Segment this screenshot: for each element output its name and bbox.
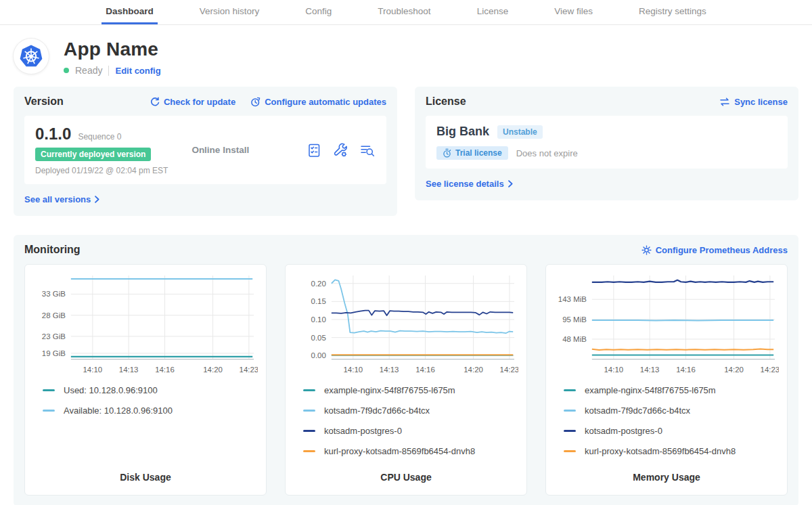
chevron-right-icon xyxy=(95,196,99,203)
svg-text:14:16: 14:16 xyxy=(676,366,696,374)
legend-label: example-nginx-54f8f76755-l675m xyxy=(324,385,455,395)
tab-registry-settings[interactable]: Registry settings xyxy=(635,0,710,24)
disk-usage-panel: 14:1014:1314:1614:2014:2319 GiB23 GiB28 … xyxy=(24,264,267,496)
deployed-badge: Currently deployed version xyxy=(35,148,151,161)
tab-troubleshoot[interactable]: Troubleshoot xyxy=(374,0,434,24)
expiry-text: Does not expire xyxy=(516,148,578,158)
svg-text:48 MiB: 48 MiB xyxy=(562,335,587,343)
legend-item: example-nginx-54f8f76755-l675m xyxy=(564,385,779,395)
legend-item: kotsadm-postgres-0 xyxy=(564,426,779,436)
cpu-usage-legend: example-nginx-54f8f76755-l675mkotsadm-7f… xyxy=(303,385,518,456)
chevron-right-icon xyxy=(508,180,513,188)
legend-swatch xyxy=(303,430,315,432)
current-version-row: 0.1.0 Sequence 0 Currently deployed vers… xyxy=(24,116,386,184)
legend-swatch xyxy=(564,410,576,412)
sync-license-button[interactable]: Sync license xyxy=(719,97,788,107)
preflight-checks-icon[interactable] xyxy=(307,143,321,158)
view-logs-icon[interactable] xyxy=(359,143,376,158)
svg-text:33 GiB: 33 GiB xyxy=(42,290,66,298)
check-for-update-button[interactable]: Check for update xyxy=(150,97,235,107)
customer-name: Big Bank xyxy=(436,125,489,139)
disk-usage-legend: Used: 10.128.0.96:9100Available: 10.128.… xyxy=(43,385,258,416)
legend-label: kurl-proxy-kotsadm-8569fb6454-dnvh8 xyxy=(585,446,736,456)
svg-text:0.20: 0.20 xyxy=(311,280,326,288)
tab-license[interactable]: License xyxy=(473,0,513,24)
svg-text:14:20: 14:20 xyxy=(724,366,744,374)
tab-config[interactable]: Config xyxy=(301,0,336,24)
legend-label: Available: 10.128.0.96:9100 xyxy=(64,405,173,416)
svg-text:0.10: 0.10 xyxy=(311,315,326,324)
refresh-icon xyxy=(150,97,160,107)
svg-text:14:13: 14:13 xyxy=(640,366,660,374)
svg-text:0.15: 0.15 xyxy=(311,297,326,305)
legend-label: example-nginx-54f8f76755-l675m xyxy=(585,385,716,395)
legend-swatch xyxy=(564,389,576,391)
legend-item: Used: 10.128.0.96:9100 xyxy=(43,385,258,395)
cpu-usage-panel: 14:1014:1314:1614:2014:230.000.050.100.1… xyxy=(285,264,527,496)
svg-text:14:20: 14:20 xyxy=(203,366,223,374)
svg-text:143 MiB: 143 MiB xyxy=(558,295,587,303)
version-card: Version Check for update xyxy=(14,87,397,216)
status-dot xyxy=(64,68,69,73)
deployed-timestamp: Deployed 01/19/22 @ 02:04 pm EST xyxy=(35,166,191,175)
app-logo xyxy=(14,39,49,74)
legend-swatch xyxy=(303,450,315,452)
svg-text:19 GiB: 19 GiB xyxy=(42,349,66,357)
disk-usage-title: Disk Usage xyxy=(33,472,258,483)
see-license-details-link[interactable]: See license details xyxy=(426,179,513,189)
legend-label: kotsadm-7f9dc7d66c-b4tcx xyxy=(585,405,690,416)
tab-view-files[interactable]: View files xyxy=(550,0,597,24)
see-all-versions-link[interactable]: See all versions xyxy=(24,194,99,204)
svg-text:14:13: 14:13 xyxy=(380,366,399,374)
divider xyxy=(108,66,109,76)
license-details-row: Big Bank Unstable Trial l xyxy=(426,116,788,169)
legend-swatch xyxy=(43,389,55,391)
trial-license-badge: Trial license xyxy=(436,146,508,160)
legend-item: Available: 10.128.0.96:9100 xyxy=(43,405,258,416)
app-header: App Name Ready Edit config xyxy=(14,39,798,76)
svg-text:28 GiB: 28 GiB xyxy=(42,311,66,320)
memory-usage-panel: 14:1014:1314:1614:2014:2348 MiB95 MiB143… xyxy=(545,264,788,496)
svg-text:0.05: 0.05 xyxy=(311,334,326,342)
legend-label: kurl-proxy-kotsadm-8569fb6454-dnvh8 xyxy=(324,446,475,456)
legend-label: kotsadm-postgres-0 xyxy=(324,426,402,436)
svg-text:23 GiB: 23 GiB xyxy=(42,332,66,341)
sequence-label: Sequence 0 xyxy=(78,132,121,141)
license-card: License Sync license Big Bank Unstable xyxy=(415,87,798,200)
legend-swatch xyxy=(303,410,315,412)
gear-icon xyxy=(641,245,652,255)
legend-item: kurl-proxy-kotsadm-8569fb6454-dnvh8 xyxy=(564,446,779,456)
memory-usage-chart: 14:1014:1314:1614:2014:2348 MiB95 MiB143… xyxy=(554,273,779,377)
svg-text:14:20: 14:20 xyxy=(464,366,483,374)
channel-badge: Unstable xyxy=(497,125,543,139)
svg-text:14:16: 14:16 xyxy=(415,366,435,374)
status-text: Ready xyxy=(75,65,102,76)
legend-label: kotsadm-7f9dc7d66c-b4tcx xyxy=(324,405,430,416)
svg-text:0.00: 0.00 xyxy=(311,351,326,359)
legend-swatch xyxy=(43,410,55,412)
svg-text:14:16: 14:16 xyxy=(155,366,175,374)
tab-version-history[interactable]: Version history xyxy=(196,0,264,24)
top-nav: Dashboard Version history Config Trouble… xyxy=(0,0,812,25)
svg-text:14:10: 14:10 xyxy=(604,366,623,374)
svg-text:95 MiB: 95 MiB xyxy=(562,315,587,324)
license-title: License xyxy=(426,95,466,108)
svg-text:14:10: 14:10 xyxy=(343,366,363,374)
svg-text:14:10: 14:10 xyxy=(83,366,102,374)
svg-text:14:23: 14:23 xyxy=(240,366,258,374)
svg-text:14:13: 14:13 xyxy=(119,366,139,374)
monitoring-card: Monitoring Configure Prometheus Address … xyxy=(14,235,798,505)
edit-config-link[interactable]: Edit config xyxy=(115,66,160,76)
kubernetes-icon xyxy=(19,44,43,68)
legend-item: kotsadm-7f9dc7d66c-b4tcx xyxy=(564,405,779,416)
svg-text:14:23: 14:23 xyxy=(761,366,779,374)
install-type-label: Online Install xyxy=(191,145,307,155)
tab-dashboard[interactable]: Dashboard xyxy=(102,0,158,24)
legend-label: kotsadm-postgres-0 xyxy=(585,426,662,436)
configure-automatic-updates-button[interactable]: Configure automatic updates xyxy=(250,97,386,107)
legend-item: kotsadm-7f9dc7d66c-b4tcx xyxy=(303,405,518,416)
configure-prometheus-button[interactable]: Configure Prometheus Address xyxy=(641,245,788,255)
legend-label: Used: 10.128.0.96:9100 xyxy=(64,385,158,395)
config-wrench-icon[interactable] xyxy=(333,143,348,158)
cpu-usage-chart: 14:1014:1314:1614:2014:230.000.050.100.1… xyxy=(294,273,518,377)
